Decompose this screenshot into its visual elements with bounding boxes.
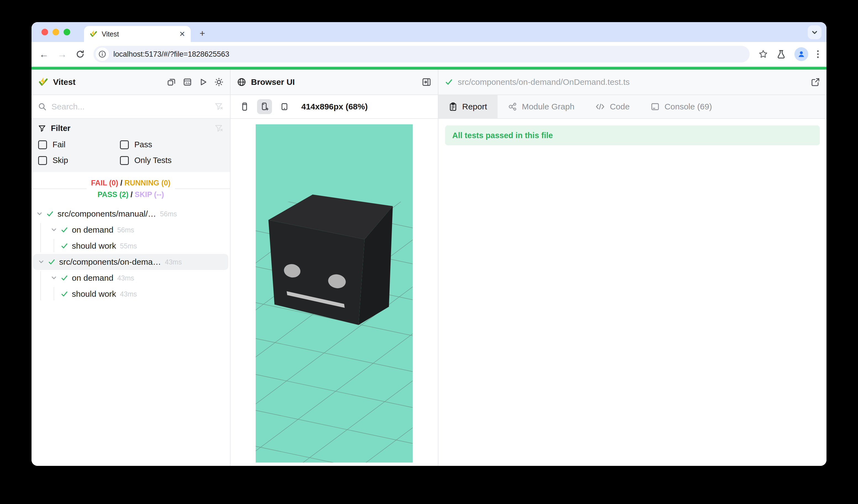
clear-search-filter-icon[interactable] (214, 102, 223, 111)
experiments-flask-icon[interactable] (777, 49, 785, 59)
pass-check-icon (48, 258, 55, 265)
filter-checkbox-fail[interactable]: Fail (38, 140, 120, 149)
chevron-down-icon[interactable] (51, 275, 57, 281)
test-suite-row[interactable]: on demand 43ms (32, 270, 230, 286)
summary-line-2: PASS (2) / SKIP (--) (91, 189, 171, 200)
duration: 43ms (120, 290, 137, 298)
test-summary: FAIL (0) / RUNNING (0) PASS (2) / SKIP (… (32, 172, 230, 205)
pass-check-icon (61, 274, 68, 281)
browser-ui-title: Browser UI (251, 77, 417, 87)
clear-filter-icon[interactable] (214, 124, 223, 133)
filter-checkbox-skip[interactable]: Skip (38, 156, 120, 165)
code-icon (595, 103, 605, 111)
pass-count: PASS (2) (98, 190, 129, 199)
tab-search-button[interactable] (808, 26, 822, 39)
test-viewport-scene[interactable] (256, 124, 413, 462)
filter-title: Filter (51, 124, 209, 133)
open-in-editor-button[interactable] (811, 78, 820, 86)
filter-panel: Filter Fail Pass Skip Only Tests (32, 119, 230, 172)
test-suite-row[interactable]: on demand 56ms (32, 222, 230, 238)
zoom-window-button[interactable] (64, 29, 70, 35)
toolbar-actions (759, 47, 819, 61)
bookmark-star-icon[interactable] (759, 49, 768, 59)
open-panel-button[interactable] (422, 77, 431, 87)
pass-check-icon (445, 78, 453, 86)
tab-report[interactable]: Report (439, 95, 497, 118)
summary-line-1: FAIL (0) / RUNNING (0) (91, 177, 171, 189)
profile-avatar[interactable] (794, 47, 808, 61)
reload-button[interactable] (76, 50, 84, 59)
tab-console[interactable]: Console (69) (640, 95, 722, 118)
filter-checkbox-only-tests[interactable]: Only Tests (120, 156, 223, 165)
chevron-down-icon (811, 29, 818, 36)
device-phone-plus-button[interactable] (257, 99, 272, 114)
duration: 56ms (117, 226, 134, 234)
windows-icon (167, 78, 176, 86)
tab-code[interactable]: Code (585, 95, 640, 118)
filter-checkbox-pass[interactable]: Pass (120, 140, 223, 149)
run-all-button[interactable] (199, 78, 207, 86)
fail-count: FAIL (0) (91, 179, 118, 187)
duration: 43ms (165, 258, 182, 266)
sidebar-header: Vitest (32, 70, 230, 95)
person-icon (797, 50, 806, 58)
duration: 55ms (120, 242, 137, 250)
search-input[interactable]: Search... (51, 102, 214, 111)
pass-check-icon (46, 210, 54, 217)
browser-menu-icon[interactable] (817, 50, 819, 58)
window-controls (42, 29, 70, 35)
browser-tabstrip: Vitest ✕ + (32, 22, 826, 42)
checkbox[interactable] (38, 156, 47, 165)
browser-ui-panel: Browser UI (231, 70, 439, 466)
tab-title: Vitest (102, 30, 175, 38)
tab-module-graph[interactable]: Module Graph (497, 95, 585, 118)
test-file-path: src/components/on-demand/OnDemand.test.t… (458, 77, 806, 87)
checkbox[interactable] (38, 140, 47, 149)
device-phone-button[interactable] (237, 99, 252, 114)
test-tree: src/components/manual/… 56ms on demand 5… (32, 205, 230, 466)
close-window-button[interactable] (42, 29, 48, 35)
pass-check-icon (61, 226, 68, 233)
site-info-icon[interactable] (96, 48, 109, 61)
report-tabs: Report Module Graph Code (439, 95, 826, 119)
test-file-row[interactable]: src/components/manual/… 56ms (32, 206, 230, 222)
minimize-window-button[interactable] (52, 29, 59, 35)
address-bar[interactable]: localhost:5173/#/?file=1828625563 (93, 46, 750, 63)
new-tab-button[interactable]: + (195, 26, 209, 40)
search-icon (38, 102, 46, 111)
phone-plus-icon (260, 102, 269, 111)
phone-icon (240, 102, 249, 111)
chevron-down-icon[interactable] (51, 227, 57, 233)
test-case-row[interactable]: should work 43ms (32, 286, 230, 302)
app-title: Vitest (53, 77, 162, 87)
browser-toolbar: ← → localhost:5173/#/?file=1828625563 (32, 42, 826, 67)
chevron-down-icon[interactable] (38, 259, 44, 265)
vitest-logo-icon (38, 77, 48, 87)
skip-count: SKIP (--) (134, 190, 164, 199)
reload-icon (76, 50, 84, 59)
checkbox[interactable] (120, 156, 129, 165)
checkbox[interactable] (120, 140, 129, 149)
test-file-row-selected[interactable]: src/components/on-dema… 43ms (33, 254, 228, 270)
running-count: RUNNING (0) (124, 179, 171, 187)
url-text: localhost:5173/#/?file=1828625563 (113, 50, 229, 59)
report-header: src/components/on-demand/OnDemand.test.t… (439, 70, 826, 95)
browser-ui-body (231, 119, 438, 466)
external-link-icon (811, 78, 820, 86)
back-button[interactable]: ← (39, 49, 49, 59)
browser-tab[interactable]: Vitest ✕ (84, 26, 191, 42)
device-toolbar: 414x896px (68%) (231, 95, 438, 119)
test-case-row[interactable]: should work 55ms (32, 238, 230, 254)
test-progress-bar (32, 67, 826, 70)
close-tab-icon[interactable]: ✕ (179, 30, 185, 37)
dashboard-button[interactable] (183, 78, 192, 86)
vitest-page: Vitest (32, 67, 826, 466)
console-icon (651, 102, 660, 111)
vitest-favicon (90, 30, 97, 38)
device-tablet-button[interactable] (277, 99, 292, 114)
duration: 43ms (117, 274, 134, 282)
collapse-panels-button[interactable] (167, 78, 176, 86)
chevron-down-icon[interactable] (36, 211, 43, 217)
forward-button[interactable]: → (58, 49, 67, 59)
theme-toggle-button[interactable] (214, 78, 223, 86)
